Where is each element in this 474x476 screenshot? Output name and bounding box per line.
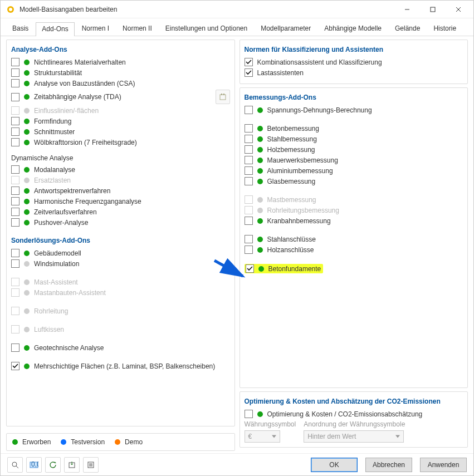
checkbox-row[interactable]: Lastassistenten	[245, 68, 463, 77]
checkbox[interactable]	[246, 264, 254, 273]
checkbox[interactable]	[11, 259, 19, 268]
checkbox-row[interactable]: Spannungs-Dehnungs-Berechnung	[245, 106, 463, 114]
tab-terrain[interactable]: Gelände	[389, 22, 426, 36]
close-button[interactable]	[446, 1, 471, 18]
checkbox[interactable]	[11, 165, 19, 174]
tool-reset-icon[interactable]	[45, 457, 61, 473]
checkbox-row[interactable]: Pushover-Analyse	[11, 218, 230, 227]
checkbox-row: Luftkissen	[11, 325, 230, 333]
cancel-button[interactable]: Abbrechen	[365, 458, 412, 472]
tool-import-icon[interactable]	[64, 457, 80, 473]
checkbox[interactable]	[245, 217, 253, 225]
minimize-button[interactable]	[394, 1, 420, 18]
svg-rect-8	[223, 94, 224, 95]
checkbox[interactable]	[11, 79, 19, 87]
checkbox[interactable]	[11, 362, 19, 370]
checkbox[interactable]	[11, 93, 19, 101]
checkbox[interactable]	[11, 249, 19, 257]
checkbox-row[interactable]: Harmonische Frequenzganganalyse	[11, 197, 230, 205]
checkbox-row[interactable]: Mehrschichtige Flächen (z.B. Laminat, BS…	[11, 362, 230, 370]
checkbox	[11, 325, 19, 333]
checkbox-row[interactable]: Antwortspektrenverfahren	[11, 187, 230, 195]
tab-depmodels[interactable]: Abhängige Modelle	[318, 22, 388, 36]
tab-addons[interactable]: Add-Ons	[36, 22, 74, 36]
checkbox-row[interactable]: Aluminiumbemessung	[245, 166, 463, 175]
maximize-button[interactable]	[420, 1, 446, 18]
dot-icon	[257, 168, 263, 174]
checkbox-label: Wölbkrafttorsion (7 Freiheitsgrade)	[34, 139, 137, 146]
tab-history[interactable]: Historie	[427, 22, 462, 36]
checkbox-row[interactable]: Mauerwerksbemessung	[245, 156, 463, 164]
checkbox[interactable]	[245, 235, 253, 243]
checkbox-row[interactable]: Kranbahnbemessung	[245, 217, 463, 225]
tool-search-icon[interactable]	[7, 457, 23, 473]
checkbox[interactable]	[245, 68, 253, 77]
checkbox[interactable]	[245, 246, 253, 254]
checkbox-row[interactable]: Holzanschlüsse	[245, 246, 463, 254]
checkbox-row[interactable]: Windsimulation	[11, 259, 230, 268]
checkbox-row[interactable]: Stahlanschlüsse	[245, 235, 463, 243]
checkbox-row: Mastbemessung	[245, 195, 463, 204]
checkbox-label: Nichtlineares Materialverhalten	[34, 58, 126, 66]
checkbox-row[interactable]: Kombinationsassistent und Klassifizierun…	[245, 58, 463, 66]
checkbox-row[interactable]: Analyse von Bauzuständen (CSA)	[11, 79, 230, 87]
checkbox[interactable]	[11, 58, 19, 66]
dot-icon	[258, 266, 264, 272]
checkbox-row[interactable]: Glasbemessung	[245, 177, 463, 185]
checkbox[interactable]	[245, 410, 253, 418]
checkbox-row[interactable]: Geotechnische Analyse	[11, 343, 230, 352]
checkbox[interactable]	[11, 138, 19, 146]
checkbox[interactable]	[11, 68, 19, 77]
dot-icon	[24, 129, 30, 135]
info-icon[interactable]	[216, 90, 230, 104]
checkbox[interactable]	[11, 343, 19, 352]
checkbox[interactable]	[11, 197, 19, 205]
checkbox-row[interactable]: Optimierung & Kosten / CO2-Emissionsabsc…	[245, 410, 463, 418]
checkbox[interactable]	[245, 145, 253, 154]
checkbox-row[interactable]: Wölbkrafttorsion (7 Freiheitsgrade)	[11, 138, 230, 146]
checkbox[interactable]	[11, 127, 19, 136]
checkbox-row[interactable]: Gebäudemodell	[11, 249, 230, 257]
checkbox-row[interactable]: Betonfundamente	[245, 264, 324, 273]
checkbox-row[interactable]: Schnittmuster	[11, 127, 230, 136]
checkbox-row[interactable]: Strukturstabilität	[11, 68, 230, 77]
dot-icon	[257, 107, 263, 113]
checkbox-label: Stahlanschlüsse	[267, 235, 316, 243]
checkbox-row[interactable]: Zeitverlaufsverfahren	[11, 208, 230, 216]
checkbox[interactable]	[11, 117, 19, 125]
ok-button[interactable]: OK	[311, 458, 358, 472]
tool-precision-icon[interactable]: 0,00	[26, 457, 42, 473]
dot-icon	[24, 251, 30, 256]
checkbox-row[interactable]: Formfindung	[11, 117, 230, 125]
checkbox[interactable]	[245, 156, 253, 164]
checkbox[interactable]	[245, 106, 253, 114]
checkbox[interactable]	[245, 124, 253, 133]
checkbox[interactable]	[245, 177, 253, 185]
tool-list-icon[interactable]	[83, 457, 99, 473]
tab-modelparam[interactable]: Modellparameter	[255, 22, 317, 36]
checkbox[interactable]	[245, 58, 253, 66]
dot-icon	[257, 197, 263, 203]
checkbox-row[interactable]: Nichtlineares Materialverhalten	[11, 58, 230, 66]
checkbox-row[interactable]: Holzbemessung	[245, 145, 463, 154]
tab-normen1[interactable]: Normen I	[76, 22, 115, 36]
checkbox-row[interactable]: Zeitabhängige Analyse (TDA)	[11, 90, 230, 104]
checkbox[interactable]	[245, 135, 253, 143]
checkbox[interactable]	[11, 187, 19, 195]
currency-order-select[interactable]: Hinter dem Wert	[304, 430, 404, 443]
tab-normen2[interactable]: Normen II	[116, 22, 158, 36]
checkbox-label: Gebäudemodell	[34, 249, 81, 257]
checkbox[interactable]	[11, 208, 19, 216]
checkbox[interactable]	[11, 218, 19, 227]
tab-options[interactable]: Einstellungen und Optionen	[159, 22, 253, 36]
checkbox-row[interactable]: Stahlbemessung	[245, 135, 463, 143]
currency-select[interactable]: €	[245, 430, 280, 443]
dot-icon	[24, 70, 30, 76]
tab-basis[interactable]: Basis	[6, 22, 35, 36]
checkbox-row[interactable]: Betonbemessung	[245, 124, 463, 133]
checkbox-row[interactable]: Modalanalyse	[11, 165, 230, 174]
dot-icon	[24, 327, 30, 332]
checkbox[interactable]	[245, 166, 253, 175]
apply-button[interactable]: Anwenden	[420, 458, 467, 472]
checkbox-row: Einflusslinien/-flächen	[11, 106, 230, 115]
